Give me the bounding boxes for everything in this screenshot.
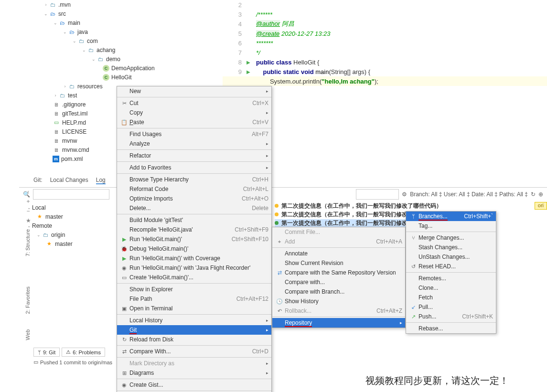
menu-branches[interactable]: ᛘBranches...Ctrl+Shift+`: [406, 212, 496, 221]
tree-item[interactable]: .mvn: [58, 1, 71, 8]
menu-delete[interactable]: Delete...Delete: [117, 203, 271, 213]
tool-window-favorites[interactable]: 2: Favorites: [25, 286, 31, 314]
menu-paste[interactable]: 📋PPasteasteCtrl+V: [117, 117, 271, 127]
menu-show-history[interactable]: 🕓Show History: [272, 297, 405, 306]
menu-reformat-code[interactable]: Reformat CodeCtrl+Alt+L: [117, 184, 271, 194]
menu-find-usages[interactable]: Find UsagesAlt+F7: [117, 129, 271, 139]
refresh-icon[interactable]: ↻: [531, 191, 536, 198]
menu-compare-same-repo[interactable]: ⇄Compare with the Same Repository Versio…: [272, 268, 405, 277]
menu-pull[interactable]: ↙Pull...: [406, 302, 496, 312]
tree-item[interactable]: com: [87, 38, 98, 44]
git-branches-tree[interactable]: ⌄Local ★master ⌄Remote ⌄🗀origin ★master: [26, 203, 112, 248]
menu-unstash[interactable]: UnStash Changes...: [406, 252, 496, 262]
menu-run[interactable]: ▶Run 'HelloGit.main()'Ctrl+Shift+F10: [117, 234, 271, 244]
tree-item[interactable]: mvnw: [62, 138, 77, 144]
menu-debug[interactable]: 🐞Debug 'HelloGit.main()': [117, 244, 271, 254]
run-gutter-icon[interactable]: ▶: [247, 69, 256, 74]
chevron-down-icon[interactable]: ⌄: [91, 57, 97, 62]
cherry-pick-icon[interactable]: ⊕: [538, 191, 543, 198]
tree-item[interactable]: mvnw.cmd: [62, 147, 89, 153]
tree-item[interactable]: java: [77, 29, 88, 35]
menu-add-favorites[interactable]: Add to Favorites▸: [117, 163, 271, 172]
tab-log[interactable]: Log: [96, 177, 106, 184]
menu-show-revision[interactable]: Show Current Revision: [272, 258, 405, 268]
tree-item[interactable]: HELP.md: [62, 119, 86, 126]
menu-create-run-config[interactable]: ▭Create 'HelloGit.main()'...: [117, 273, 271, 282]
chevron-down-icon[interactable]: ⌄: [72, 39, 77, 43]
git-filter-input[interactable]: [356, 189, 399, 200]
menu-run-jfr[interactable]: ◉Run 'HelloGit.main()' with 'Java Flight…: [117, 263, 271, 273]
tree-origin[interactable]: origin: [51, 232, 65, 238]
tree-item[interactable]: pom.xml: [61, 156, 83, 162]
tree-local[interactable]: Local: [32, 204, 46, 211]
tree-item[interactable]: resources: [77, 83, 103, 90]
menu-push[interactable]: ↗Push...Ctrl+Shift+K: [406, 312, 496, 321]
repository-submenu[interactable]: ᛘBranches...Ctrl+Shift+` Tag... ⑂Merge C…: [406, 211, 496, 334]
tree-item[interactable]: DemoApplication: [111, 65, 155, 72]
chevron-down-icon[interactable]: ⌄: [26, 205, 32, 210]
menu-annotate[interactable]: Annotate: [272, 249, 405, 258]
tree-item[interactable]: HelloGit: [111, 74, 132, 81]
chevron-down-icon[interactable]: ⌄: [62, 30, 68, 34]
menu-new[interactable]: New▸: [117, 86, 271, 96]
collapse-icon[interactable]: ‹: [23, 187, 33, 197]
context-menu[interactable]: New▸ ✂CutCtrl+X Copy▸ 📋PPasteasteCtrl+V …: [117, 86, 272, 392]
menu-show-explorer[interactable]: Show in Explorer: [117, 285, 271, 294]
menu-clone[interactable]: Clone...: [406, 283, 496, 293]
gear-icon[interactable]: ⚙: [402, 191, 407, 198]
menu-git[interactable]: Git▸: [117, 325, 271, 335]
chevron-down-icon[interactable]: ⌄: [36, 233, 42, 237]
menu-build-module[interactable]: Build Module 'gitTest': [117, 215, 271, 225]
chevron-right-icon[interactable]: ›: [43, 2, 49, 7]
menu-analyze[interactable]: Analyze▸: [117, 139, 271, 148]
chevron-down-icon[interactable]: ⌄: [43, 11, 49, 16]
menu-diagrams[interactable]: ⊞Diagrams▸: [117, 368, 271, 378]
git-submenu[interactable]: Commit File... +AddCtrl+Alt+A Annotate S…: [272, 227, 406, 328]
menu-stash[interactable]: Stash Changes...: [406, 243, 496, 252]
menu-compare-with[interactable]: ⇄Compare With...Ctrl+D: [117, 347, 271, 356]
branch-master[interactable]: master: [45, 213, 63, 220]
chevron-down-icon[interactable]: ⌄: [81, 48, 87, 53]
menu-merge[interactable]: ⑂Merge Changes...: [406, 233, 496, 243]
menu-copy[interactable]: Copy▸: [117, 108, 271, 117]
menu-recompile[interactable]: Recompile 'HelloGit.java'Ctrl+Shift+F9: [117, 225, 271, 234]
menu-fetch[interactable]: Fetch: [406, 293, 496, 302]
menu-open-terminal[interactable]: ▣Open in Terminal: [117, 304, 271, 313]
tree-item[interactable]: main: [68, 20, 80, 26]
tab-git[interactable]: ᛘ9: Git: [33, 348, 60, 357]
menu-repository[interactable]: Repository▸: [272, 318, 405, 328]
branch-origin-master[interactable]: master: [55, 241, 73, 247]
tree-item[interactable]: .gitignore: [62, 101, 86, 108]
menu-compare-branch[interactable]: Compare with Branch...: [272, 287, 405, 297]
menu-remotes[interactable]: Remotes...: [406, 274, 496, 283]
run-gutter-icon[interactable]: ▶: [247, 60, 256, 65]
menu-rebase[interactable]: Rebase...: [406, 324, 496, 333]
menu-reload-disk[interactable]: ↻Reload from Disk: [117, 335, 271, 344]
chevron-right-icon[interactable]: ›: [53, 93, 58, 98]
menu-reset-head[interactable]: ↺Reset HEAD...: [406, 262, 496, 271]
menu-create-gist[interactable]: ◉Create Gist...: [117, 380, 271, 390]
tool-window-structure[interactable]: 7: Structure: [25, 229, 31, 256]
chevron-down-icon[interactable]: ⌄: [53, 21, 58, 25]
tree-item[interactable]: LICENSE: [62, 128, 86, 135]
git-search-input[interactable]: [33, 189, 109, 200]
tree-remote[interactable]: Remote: [32, 222, 52, 229]
menu-optimize-imports[interactable]: Optimize ImportsCtrl+Alt+O: [117, 194, 271, 203]
menu-browse-type-hierarchy[interactable]: Browse Type HierarchyCtrl+H: [117, 175, 271, 184]
tool-window-web[interactable]: Web: [25, 329, 31, 340]
tree-item[interactable]: gitTest.iml: [62, 110, 87, 117]
code-editor[interactable]: 2 3/****** 4@author 阿昌 5@create 2020-12-…: [223, 0, 547, 86]
tab-local-changes[interactable]: Local Changes: [50, 177, 88, 184]
tree-item[interactable]: test: [68, 92, 77, 99]
menu-file-path[interactable]: File PathCtrl+Alt+F12: [117, 294, 271, 304]
menu-run-coverage[interactable]: ▶Run 'HelloGit.main()' with Coverage: [117, 254, 271, 263]
menu-compare-with[interactable]: Compare with...: [272, 277, 405, 287]
menu-tag[interactable]: Tag...: [406, 221, 496, 231]
tree-item[interactable]: src: [58, 11, 66, 17]
chevron-down-icon[interactable]: ⌄: [26, 223, 32, 228]
chevron-right-icon[interactable]: ›: [62, 84, 68, 89]
tree-item[interactable]: demo: [106, 56, 120, 63]
tab-problems[interactable]: ⚠6: Problems: [62, 348, 105, 357]
menu-cut[interactable]: ✂CutCtrl+X: [117, 98, 271, 108]
tree-item[interactable]: achang: [97, 47, 115, 53]
